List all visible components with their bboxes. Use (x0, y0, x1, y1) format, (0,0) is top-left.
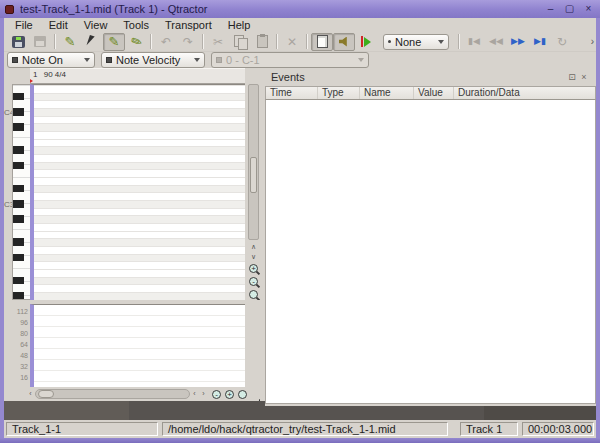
events-panel-title: Events (271, 71, 566, 83)
app-icon (5, 5, 14, 14)
scroll-right-step-button[interactable]: › (199, 389, 208, 399)
window-border-right (596, 18, 600, 438)
save-as-button[interactable] (29, 33, 51, 51)
velocity-tick: 80 (20, 330, 28, 337)
scroll-left-button[interactable]: ‹ (26, 389, 35, 399)
chevron-down-icon (84, 58, 90, 62)
events-panel-titlebar[interactable]: Events ⊡ × (265, 68, 596, 86)
titlebar[interactable]: test-Track_1-1.mid (Track 1) - Qtractor … (0, 0, 600, 18)
delete-button[interactable]: ✕ (281, 33, 303, 51)
horizontal-scrollbar-thumb[interactable] (38, 390, 54, 398)
separator (458, 34, 460, 49)
note-range-icon (216, 57, 222, 63)
pencil-icon: ✎ (109, 35, 120, 48)
qtractor-midi-editor-window: test-Track_1-1.mid (Track 1) - Qtractor … (0, 0, 600, 443)
cut-button[interactable]: ✂ (207, 33, 229, 51)
velocity-tick: 16 (20, 374, 28, 381)
horizontal-scroll-row: ‹ ‹ › - + (26, 388, 260, 400)
menu-file[interactable]: File (8, 18, 40, 32)
time-ruler[interactable]: 1 90 4/4 (30, 68, 245, 84)
note-preview-toggle[interactable] (333, 33, 355, 51)
separator (276, 34, 278, 49)
editor-area: 1 90 4/4 C4 C3 ∧ ∨ + - 112 96 80 64 (4, 68, 596, 401)
scroll-up-button[interactable]: ∧ (248, 242, 259, 251)
menu-tools[interactable]: Tools (116, 18, 156, 32)
pointer-tool-button[interactable] (81, 33, 103, 51)
floppy-icon (34, 36, 46, 47)
maximize-button[interactable]: ▢ (563, 3, 576, 15)
vertical-zoom-out-button[interactable]: - (249, 277, 258, 286)
pointer-icon (86, 35, 98, 48)
separator (202, 34, 204, 49)
follow-playhead-toggle[interactable] (355, 33, 377, 51)
undo-button[interactable]: ↶ (155, 33, 177, 51)
transport-loop-button[interactable]: ↻ (551, 33, 573, 51)
vertical-zoom-reset-button[interactable] (249, 290, 258, 299)
skip-end-icon: ▶▮ (534, 37, 546, 46)
main-toolbar: ✎ ✎ ✎ ↶ ↷ ✂ ✕ None ▮◀ ◀◀ ▶▶ ▶▮ ↻ › (4, 32, 596, 52)
close-button[interactable]: × (582, 3, 595, 15)
chevron-down-icon (358, 58, 364, 62)
tempo-signature: 90 4/4 (44, 70, 66, 79)
separator (54, 34, 56, 49)
column-value[interactable]: Value (414, 87, 454, 99)
event-type-icon (12, 57, 18, 63)
horizontal-scrollbar[interactable] (35, 389, 190, 399)
event-type-select[interactable]: Note On (7, 52, 95, 68)
redo-icon: ↷ (183, 36, 193, 48)
dock-float-icon[interactable]: ⊡ (566, 71, 578, 83)
value-type-select[interactable]: Note Velocity (101, 52, 205, 68)
piano-keyboard[interactable] (12, 84, 30, 300)
velocity-scale: 112 96 80 64 48 32 16 (4, 304, 30, 387)
velocity-tick: 48 (20, 352, 28, 359)
transport-forward-button[interactable]: ▶▮ (529, 33, 551, 51)
toolbar-overflow-button[interactable]: › (591, 36, 594, 47)
draw-tool-button[interactable]: ✎ (125, 33, 147, 51)
velocity-pane[interactable] (30, 304, 245, 387)
pencil-tool-button[interactable]: ✎ (103, 33, 125, 51)
velocity-tick: 32 (20, 363, 28, 370)
menu-view[interactable]: View (77, 18, 115, 32)
horizontal-zoom-in-button[interactable]: + (225, 390, 234, 399)
events-list[interactable] (265, 100, 596, 404)
transport-backward-button[interactable]: ▮◀ (463, 33, 485, 51)
transport-rewind-button[interactable]: ◀◀ (485, 33, 507, 51)
column-type[interactable]: Type (318, 87, 360, 99)
transport-fast-forward-button[interactable]: ▶▶ (507, 33, 529, 51)
vertical-zoom-in-button[interactable]: + (249, 264, 258, 273)
piano-roll-view[interactable] (30, 84, 245, 300)
black-keys (13, 85, 24, 299)
menu-edit[interactable]: Edit (42, 18, 75, 32)
horizontal-zoom-out-button[interactable]: - (212, 390, 221, 399)
column-name[interactable]: Name (360, 87, 414, 99)
pencil-paper-icon: ✎ (65, 35, 76, 48)
events-pane-toggle[interactable] (311, 33, 333, 51)
velocity-tick: 96 (20, 319, 28, 326)
vertical-scrollbar-thumb[interactable] (250, 157, 257, 193)
event-type-toolbar: Note On Note Velocity 0 - C-1 (4, 52, 596, 68)
velocity-tick: 112 (17, 308, 28, 315)
column-duration-data[interactable]: Duration/Data (454, 87, 595, 99)
horizontal-zoom-reset-button[interactable] (238, 390, 247, 399)
paste-button[interactable] (251, 33, 273, 51)
dock-close-icon[interactable]: × (578, 71, 590, 83)
scroll-left-step-button[interactable]: ‹ (190, 389, 199, 399)
column-time[interactable]: Time (266, 87, 318, 99)
edit-tool-button[interactable]: ✎ (59, 33, 81, 51)
octave-gutter: C4 C3 (4, 84, 12, 300)
window-title: test-Track_1-1.mid (Track 1) - Qtractor (20, 3, 544, 15)
fast-forward-icon: ▶▶ (511, 37, 525, 46)
menu-transport[interactable]: Transport (158, 18, 219, 32)
chevron-down-icon (194, 58, 200, 62)
save-button[interactable] (7, 33, 29, 51)
minimize-button[interactable]: – (544, 3, 557, 15)
vertical-scrollbar[interactable] (248, 84, 259, 240)
snap-select[interactable]: None (383, 34, 449, 50)
window-border-left (0, 18, 4, 438)
vertical-scroll-column: ∧ ∨ + - (247, 84, 260, 300)
copy-button[interactable] (229, 33, 251, 51)
redo-button[interactable]: ↷ (177, 33, 199, 51)
scroll-down-button[interactable]: ∨ (248, 252, 259, 261)
menu-help[interactable]: Help (221, 18, 258, 32)
events-table-header[interactable]: Time Type Name Value Duration/Data (265, 86, 596, 100)
